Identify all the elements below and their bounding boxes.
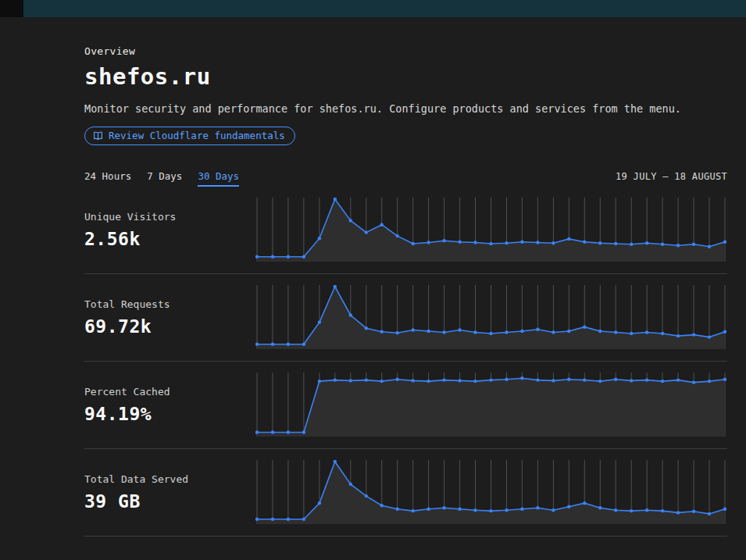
metric-label: Unique Visitors xyxy=(84,211,255,223)
metric-label: Total Data Served xyxy=(84,473,255,485)
metric-label: Total Requests xyxy=(84,298,255,310)
page-eyebrow: Overview xyxy=(84,45,727,57)
page-description: Monitor security and performance for she… xyxy=(84,101,717,116)
metric-value: 94.19% xyxy=(84,404,255,424)
metric-row-percent-cached: Percent Cached 94.19% xyxy=(84,362,727,448)
metric-value: 69.72k xyxy=(84,316,255,337)
tab-7-days[interactable]: 7 Days xyxy=(147,170,182,185)
review-fundamentals-label: Review Cloudflare fundamentals xyxy=(109,130,285,141)
tab-24-hours[interactable]: 24 Hours xyxy=(84,170,131,185)
metric-row-unique-visitors: Unique Visitors 2.56k xyxy=(84,187,727,273)
metric-value: 2.56k xyxy=(84,229,255,249)
page-title: shefos.ru xyxy=(84,63,727,90)
book-icon xyxy=(93,131,103,141)
percent-cached-chart[interactable] xyxy=(255,373,727,437)
review-fundamentals-button[interactable]: Review Cloudflare fundamentals xyxy=(84,127,295,145)
tab-30-days[interactable]: 30 Days xyxy=(198,170,239,187)
top-nav-bar xyxy=(23,0,746,17)
metric-row-total-requests: Total Requests 69.72k xyxy=(84,274,727,361)
unique-visitors-chart[interactable] xyxy=(255,198,727,262)
metric-label: Percent Cached xyxy=(84,386,255,398)
metric-row-total-data-served: Total Data Served 39 GB xyxy=(84,449,727,536)
divider xyxy=(84,536,727,537)
window-corner xyxy=(0,0,23,17)
metric-info: Percent Cached 94.19% xyxy=(84,386,255,424)
metric-info: Total Requests 69.72k xyxy=(84,298,255,337)
total-data-served-chart[interactable] xyxy=(255,460,727,524)
total-requests-chart[interactable] xyxy=(255,285,727,349)
metric-value: 39 GB xyxy=(84,491,255,512)
date-range-label: 19 JULY — 18 AUGUST xyxy=(616,171,727,182)
metric-info: Total Data Served 39 GB xyxy=(84,473,255,512)
time-range-tabs: 24 Hours 7 Days 30 Days 19 JULY — 18 AUG… xyxy=(84,170,727,187)
metric-info: Unique Visitors 2.56k xyxy=(84,211,255,249)
overview-page: Overview shefos.ru Monitor security and … xyxy=(0,17,746,560)
